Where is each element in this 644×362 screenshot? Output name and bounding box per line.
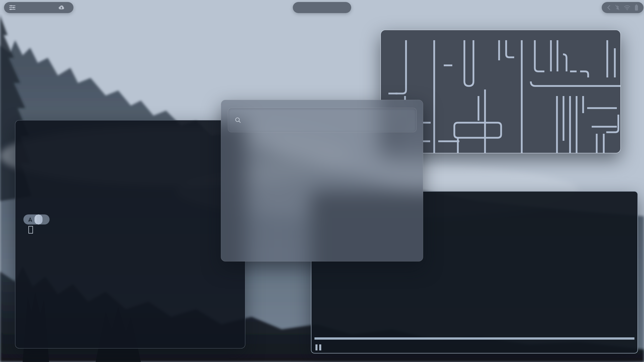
- shell-prompt: [23, 214, 50, 224]
- text-cursor: [28, 226, 33, 234]
- terminal-window[interactable]: [15, 120, 245, 348]
- battery-icon[interactable]: [634, 4, 638, 11]
- wifi-icon[interactable]: [624, 5, 630, 10]
- topbar-status-module[interactable]: [4, 2, 73, 13]
- chevron-left-icon[interactable]: [607, 5, 611, 10]
- seek-bar-fill: [314, 337, 634, 340]
- search-input[interactable]: [228, 108, 417, 132]
- terminal-content: [15, 120, 245, 348]
- scrollbar[interactable]: [632, 217, 635, 334]
- bluetooth-off-icon[interactable]: [615, 5, 620, 11]
- command-line[interactable]: [24, 226, 33, 234]
- seek-bar[interactable]: [314, 337, 634, 340]
- sliders-icon[interactable]: [9, 5, 16, 11]
- topbar-tray-module[interactable]: [602, 2, 643, 13]
- app-launcher: [221, 100, 423, 261]
- cloud-download-icon[interactable]: [58, 5, 65, 10]
- prompt-directory: [40, 214, 50, 224]
- pause-icon[interactable]: [315, 344, 321, 350]
- desktop: { "topbar": { "time": "04:47:57 AM", "up…: [0, 0, 644, 362]
- now-playing-bar: [315, 343, 632, 352]
- search-icon: [235, 117, 241, 123]
- workspace-switcher[interactable]: [293, 2, 351, 13]
